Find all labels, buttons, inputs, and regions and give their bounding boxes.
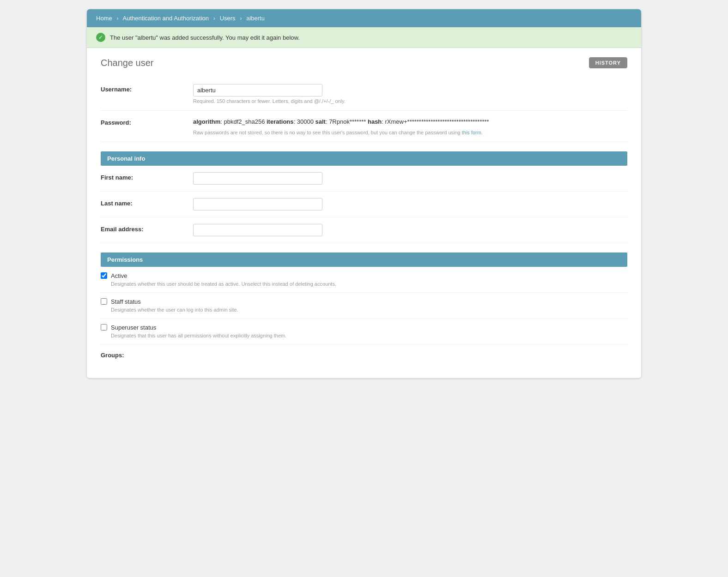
username-input[interactable] — [193, 84, 322, 96]
username-row: Username: Required. 150 characters or fe… — [101, 78, 627, 111]
superuser-status-label[interactable]: Superuser status — [111, 324, 156, 331]
first-name-input[interactable] — [193, 172, 322, 185]
history-button[interactable]: HISTORY — [589, 57, 627, 68]
breadcrumb-users-link[interactable]: Users — [220, 15, 236, 22]
staff-status-label[interactable]: Staff status — [111, 298, 141, 305]
username-help: Required. 150 characters or fewer. Lette… — [193, 98, 627, 104]
user-form: Username: Required. 150 characters or fe… — [101, 78, 627, 364]
breadcrumb-current: albertu — [246, 15, 265, 22]
first-name-row: First name: — [101, 166, 627, 192]
breadcrumb-separator-1: › — [116, 15, 118, 22]
active-description: Designates whether this user should be t… — [101, 281, 627, 287]
breadcrumb-separator-3: › — [240, 15, 242, 22]
active-label[interactable]: Active — [111, 272, 127, 279]
email-row: Email address: — [101, 217, 627, 243]
breadcrumb-separator-2: › — [213, 15, 215, 22]
password-help: Raw passwords are not stored, so there i… — [193, 130, 627, 135]
active-checkbox[interactable] — [101, 272, 107, 279]
main-content: Change user HISTORY Username: Required. … — [87, 48, 641, 378]
breadcrumb-auth-link[interactable]: Authentication and Authorization — [123, 15, 209, 22]
breadcrumb-home-link[interactable]: Home — [96, 15, 112, 22]
breadcrumb: Home › Authentication and Authorization … — [87, 9, 641, 27]
superuser-status-checkbox-row: Superuser status Designates that this us… — [101, 319, 627, 344]
staff-status-description: Designates whether the user can log into… — [101, 307, 627, 313]
page-container: Home › Authentication and Authorization … — [87, 9, 641, 378]
success-message-text: The user "albertu" was added successfull… — [110, 34, 300, 41]
password-label: Password: — [101, 117, 193, 126]
success-message-bar: ✓ The user "albertu" was added successfu… — [87, 27, 641, 48]
password-info: algorithm: pbkdf2_sha256 iterations: 300… — [193, 117, 627, 127]
password-help-suffix: . — [481, 130, 483, 135]
success-icon: ✓ — [96, 33, 105, 42]
password-row: Password: algorithm: pbkdf2_sha256 itera… — [101, 111, 627, 142]
email-label: Email address: — [101, 224, 193, 233]
password-help-prefix: Raw passwords are not stored, so there i… — [193, 130, 461, 135]
change-user-header: Change user HISTORY — [101, 57, 627, 68]
permissions-header: Permissions — [101, 252, 627, 267]
last-name-input[interactable] — [193, 198, 322, 210]
username-field: Required. 150 characters or fewer. Lette… — [193, 84, 627, 104]
password-field: algorithm: pbkdf2_sha256 iterations: 300… — [193, 117, 627, 135]
superuser-status-checkbox[interactable] — [101, 324, 107, 331]
username-label: Username: — [101, 84, 193, 93]
first-name-field — [193, 172, 627, 185]
password-change-link[interactable]: this form — [462, 130, 481, 135]
staff-status-checkbox[interactable] — [101, 298, 107, 305]
page-title: Change user — [101, 58, 154, 68]
email-field — [193, 224, 627, 236]
last-name-field — [193, 198, 627, 210]
last-name-label: Last name: — [101, 198, 193, 207]
superuser-status-label-row: Superuser status — [101, 324, 627, 331]
email-input[interactable] — [193, 224, 322, 236]
staff-status-checkbox-row: Staff status Designates whether the user… — [101, 293, 627, 319]
active-checkbox-row: Active Designates whether this user shou… — [101, 267, 627, 293]
groups-row: Groups: — [101, 344, 627, 364]
superuser-status-description: Designates that this user has all permis… — [101, 333, 627, 338]
active-checkbox-label-row: Active — [101, 272, 627, 279]
personal-info-header: Personal info — [101, 151, 627, 166]
last-name-row: Last name: — [101, 192, 627, 217]
groups-label: Groups: — [101, 350, 193, 359]
staff-status-label-row: Staff status — [101, 298, 627, 305]
first-name-label: First name: — [101, 172, 193, 181]
